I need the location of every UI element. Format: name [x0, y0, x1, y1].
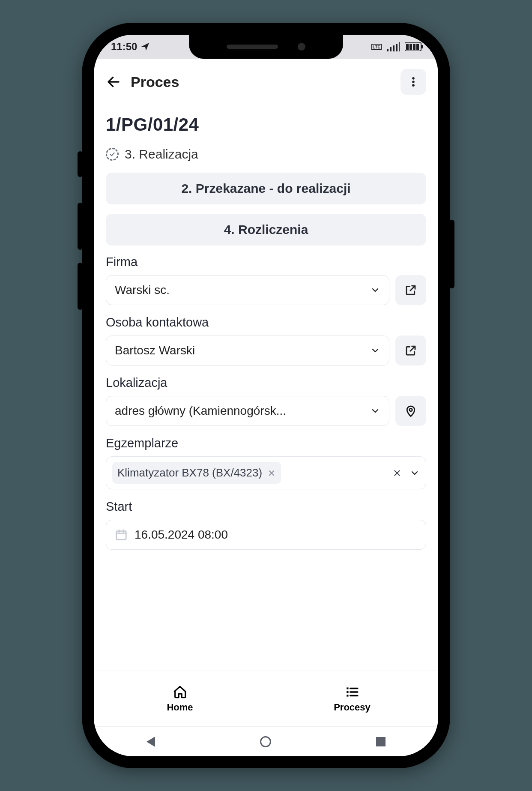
start-datetime-input[interactable]: 16.05.2024 08:00 — [106, 520, 426, 550]
label-contact: Osoba kontaktowa — [106, 315, 426, 330]
status-option-przekazane[interactable]: 2. Przekazane - do realizacji — [106, 173, 426, 204]
back-arrow-icon[interactable] — [106, 74, 121, 90]
svg-rect-17 — [347, 691, 348, 692]
external-link-icon — [404, 284, 417, 297]
chevron-down-icon — [370, 406, 380, 416]
start-value: 16.05.2024 08:00 — [134, 528, 228, 542]
svg-rect-18 — [347, 695, 348, 696]
company-value: Warski sc. — [115, 283, 170, 297]
header-title: Proces — [131, 74, 179, 90]
open-map-button[interactable] — [395, 396, 426, 426]
device-button — [449, 220, 454, 288]
nav-processes[interactable]: Procesy — [266, 671, 438, 726]
svg-rect-4 — [399, 42, 400, 51]
items-multiselect[interactable]: Klimatyzator BX78 (BX/4323) — [106, 456, 426, 489]
label-location: Lokalizacja — [106, 376, 426, 390]
android-nav-bar — [94, 726, 438, 756]
svg-rect-10 — [416, 44, 419, 50]
chevron-down-icon — [370, 345, 380, 356]
item-chip-label: Klimatyzator BX78 (BX/4323) — [117, 466, 262, 479]
device-button — [78, 263, 83, 310]
company-select[interactable]: Warski sc. — [106, 275, 389, 305]
phone-frame: 11:50 LTE — [82, 23, 450, 768]
location-select[interactable]: adres główny (Kamiennogórsk... — [106, 396, 389, 426]
network-lte-badge: LTE — [371, 44, 382, 50]
nav-home-label: Home — [167, 702, 193, 713]
svg-point-11 — [412, 77, 415, 80]
current-status: 3. Realizacja — [106, 147, 426, 162]
status-time: 11:50 — [111, 41, 137, 53]
svg-rect-6 — [421, 45, 423, 48]
label-items: Egzemplarze — [106, 436, 426, 450]
map-pin-icon — [404, 404, 417, 417]
svg-point-13 — [412, 84, 415, 87]
chevron-down-icon — [409, 468, 420, 478]
open-company-button[interactable] — [395, 275, 426, 305]
svg-rect-9 — [413, 44, 415, 50]
svg-rect-2 — [393, 45, 395, 51]
svg-rect-15 — [117, 531, 126, 539]
chevron-down-icon — [370, 285, 380, 295]
device-button — [78, 151, 83, 177]
chip-remove-icon[interactable] — [267, 469, 276, 477]
contact-select[interactable]: Bartosz Warski — [106, 336, 389, 366]
overflow-menu-button[interactable] — [400, 69, 426, 95]
android-home-icon[interactable] — [260, 736, 271, 747]
svg-rect-0 — [387, 49, 389, 51]
svg-rect-8 — [409, 44, 412, 50]
svg-point-12 — [412, 81, 415, 83]
calendar-icon — [115, 528, 128, 541]
battery-icon — [405, 42, 423, 51]
app-header: Proces — [94, 59, 438, 102]
svg-rect-16 — [347, 687, 348, 689]
bottom-nav: Home Procesy — [94, 671, 438, 726]
list-icon — [345, 685, 359, 699]
android-back-icon[interactable] — [146, 737, 155, 747]
svg-rect-3 — [396, 44, 398, 51]
current-status-label: 3. Realizacja — [125, 147, 198, 162]
svg-rect-1 — [390, 47, 392, 51]
item-chip: Klimatyzator BX78 (BX/4323) — [112, 462, 281, 484]
progress-check-icon — [106, 148, 119, 161]
signal-icon — [387, 42, 400, 51]
device-notch — [189, 35, 343, 59]
nav-home[interactable]: Home — [94, 671, 266, 726]
nav-processes-label: Procesy — [334, 702, 371, 713]
label-company: Firma — [106, 255, 426, 269]
clear-all-icon[interactable] — [392, 468, 402, 478]
device-button — [78, 203, 83, 250]
status-option-rozliczenia[interactable]: 4. Rozliczenia — [106, 214, 426, 246]
location-icon — [140, 42, 150, 51]
svg-point-14 — [409, 408, 412, 411]
more-vertical-icon — [407, 76, 419, 88]
open-contact-button[interactable] — [395, 336, 426, 366]
android-recents-icon[interactable] — [376, 737, 386, 746]
external-link-icon — [404, 344, 417, 357]
label-start: Start — [106, 500, 426, 514]
home-icon — [173, 685, 187, 699]
svg-rect-7 — [406, 44, 409, 50]
content-scroll[interactable]: 1/PG/01/24 3. Realizacja 2. Przekazane -… — [94, 102, 438, 675]
page-title: 1/PG/01/24 — [106, 114, 426, 135]
contact-value: Bartosz Warski — [115, 344, 195, 357]
location-value: adres główny (Kamiennogórsk... — [115, 404, 286, 418]
